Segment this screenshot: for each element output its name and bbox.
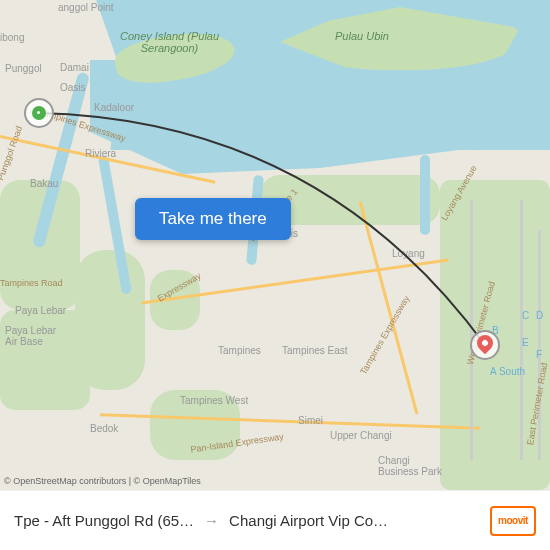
arrow-right-icon: → — [204, 512, 219, 529]
runway-1 — [470, 200, 473, 460]
moovit-logo[interactable]: moovit — [490, 506, 536, 536]
pin-icon — [477, 335, 493, 355]
destination-marker[interactable] — [470, 330, 500, 360]
pulau-ubin — [280, 0, 520, 70]
park-5 — [150, 390, 240, 460]
take-me-there-button[interactable]: Take me there — [135, 198, 291, 240]
route-footer: Tpe - Aft Punggol Rd (65… → Changi Airpo… — [0, 490, 550, 550]
runway-3 — [538, 230, 541, 460]
route-destination: Changi Airport Vip Co… — [229, 512, 388, 529]
origin-icon — [32, 106, 46, 120]
route-summary: Tpe - Aft Punggol Rd (65… → Changi Airpo… — [14, 512, 490, 529]
river-4 — [420, 155, 430, 235]
runway-2 — [520, 200, 523, 460]
origin-marker[interactable] — [24, 98, 54, 128]
route-origin: Tpe - Aft Punggol Rd (65… — [14, 512, 194, 529]
park-3 — [75, 250, 145, 390]
map-view[interactable]: Coney Island (Pulau Serangoon) Pulau Ubi… — [0, 0, 550, 490]
map-attribution: © OpenStreetMap contributors | © OpenMap… — [4, 476, 201, 486]
map-background — [0, 0, 550, 490]
